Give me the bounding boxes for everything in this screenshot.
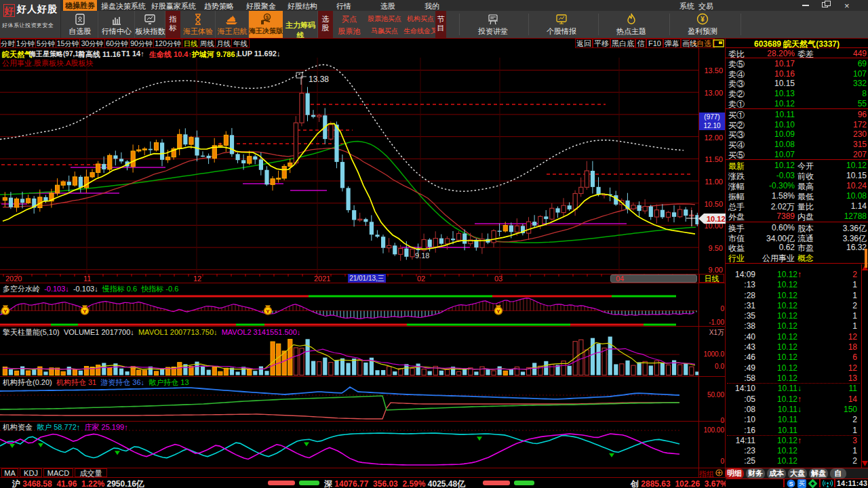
svg-text:Y: Y bbox=[266, 308, 270, 314]
svg-text:Y: Y bbox=[496, 308, 500, 314]
svg-text:$: $ bbox=[266, 14, 269, 20]
svg-text:9.18: 9.18 bbox=[415, 251, 429, 260]
svg-text:¥: ¥ bbox=[701, 16, 705, 23]
svg-text:Y: Y bbox=[83, 308, 87, 314]
svg-text:13.38: 13.38 bbox=[309, 75, 329, 84]
svg-text:10.12: 10.12 bbox=[707, 215, 726, 223]
svg-text:Y: Y bbox=[3, 308, 7, 314]
svg-text:S: S bbox=[789, 481, 793, 487]
